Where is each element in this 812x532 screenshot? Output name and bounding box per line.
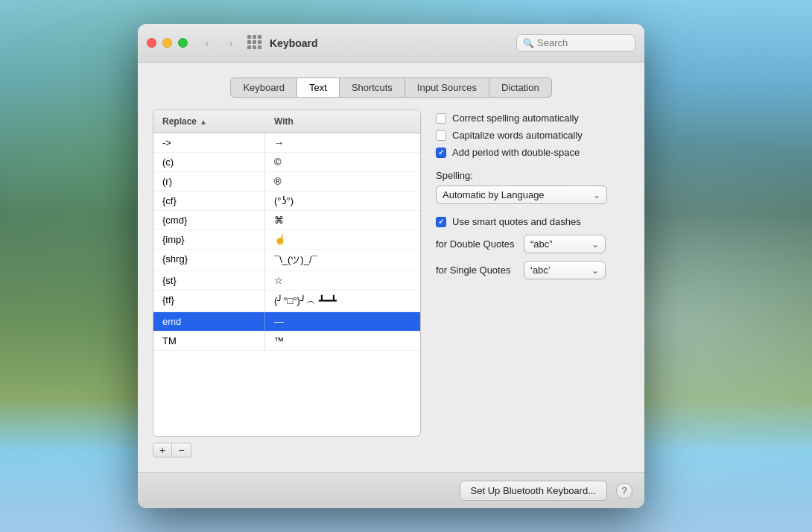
tab-keyboard[interactable]: Keyboard [230,77,297,98]
minimize-button[interactable] [162,38,172,48]
forward-button[interactable]: › [221,35,241,51]
td-replace: {cmd} [153,211,265,229]
td-with: © [265,153,420,171]
smart-quotes-checkbox[interactable] [436,217,446,227]
add-period-label: Add period with double-space [452,147,580,158]
tab-dictation[interactable]: Dictation [489,77,552,98]
add-period-row[interactable]: Add period with double-space [436,147,629,158]
nav-arrows: ‹ › [197,35,241,51]
grid-icon[interactable] [247,35,264,51]
table-row[interactable]: {shrg} ¯\_(ツ)_/¯ [153,250,420,271]
double-quotes-value: “abc” [530,238,553,250]
window-title: Keyboard [270,37,516,49]
table-row[interactable]: {st} ☆ [153,271,420,291]
table-row[interactable]: TM ™ [153,332,420,351]
spelling-dropdown-value: Automatic by Language [443,189,545,200]
tab-text[interactable]: Text [297,77,340,98]
maximize-button[interactable] [178,38,188,48]
bluetooth-keyboard-button[interactable]: Set Up Bluetooth Keyboard... [460,481,607,501]
tabs: Keyboard Text Shortcuts Input Sources Di… [153,77,629,98]
tab-input-sources[interactable]: Input Sources [405,77,489,98]
td-replace: -> [153,133,265,152]
spelling-label: Spelling: [436,170,629,181]
td-replace: emd [153,312,265,331]
table-row[interactable]: emd — [153,312,420,332]
correct-spelling-row[interactable]: Correct spelling automatically [436,113,629,124]
td-with: — [265,312,420,331]
double-quotes-label: for Double Quotes [436,238,518,250]
table-row[interactable]: {cf} (°ʖ°) [153,191,420,211]
search-bar[interactable]: 🔍 [516,34,635,51]
td-with: ¯\_(ツ)_/¯ [265,250,420,270]
single-quotes-label: for Single Quotes [436,265,518,276]
td-with: (╯°□°)╯︵ ┻━┻ [265,291,420,311]
capitalize-words-label: Capitalize words automatically [452,130,583,141]
main-area: Replace ▲ With -> → (c) © (r) ® {cf} [153,110,629,457]
td-replace: {imp} [153,230,265,249]
close-button[interactable] [147,38,156,48]
col-header-with: With [265,113,420,130]
add-row-button[interactable]: + [153,443,172,457]
table-actions: + − [153,443,421,457]
td-replace: {st} [153,271,265,290]
single-quotes-value: ‘abc’ [530,265,551,276]
td-with: ® [265,172,420,191]
td-replace: {cf} [153,191,265,210]
add-period-checkbox[interactable] [436,148,446,158]
td-with: ☆ [265,271,420,290]
td-with: ⌘ [265,211,420,229]
smart-quotes-row[interactable]: Use smart quotes and dashes [436,216,629,227]
td-with: ™ [265,332,420,350]
single-quotes-row: for Single Quotes ‘abc’ ⌄ [436,261,629,279]
td-with: ☝ [265,230,420,249]
td-with: (°ʖ°) [265,191,420,210]
search-icon: 🔍 [523,38,534,48]
double-quotes-row: for Double Quotes “abc” ⌄ [436,235,629,253]
back-button[interactable]: ‹ [197,35,218,51]
spelling-dropdown[interactable]: Automatic by Language ⌄ [436,186,607,204]
table-row[interactable]: (c) © [153,153,420,172]
table-section: Replace ▲ With -> → (c) © (r) ® {cf} [153,110,421,457]
replacement-table: Replace ▲ With -> → (c) © (r) ® {cf} [153,110,421,437]
table-row[interactable]: {tf} (╯°□°)╯︵ ┻━┻ [153,291,420,312]
remove-row-button[interactable]: − [172,443,191,457]
spelling-dropdown-arrow: ⌄ [593,190,600,200]
double-quotes-arrow: ⌄ [591,239,599,250]
content-area: Keyboard Text Shortcuts Input Sources Di… [138,63,644,472]
titlebar: ‹ › Keyboard 🔍 [138,24,644,63]
td-with: → [265,133,420,152]
col-header-replace: Replace ▲ [153,113,265,130]
tab-shortcuts[interactable]: Shortcuts [340,77,405,98]
table-header: Replace ▲ With [153,110,420,133]
table-row[interactable]: (r) ® [153,172,420,191]
table-row[interactable]: {imp} ☝ [153,230,420,250]
single-quotes-dropdown[interactable]: ‘abc’ ⌄ [524,261,606,279]
double-quotes-dropdown[interactable]: “abc” ⌄ [524,235,606,253]
table-body: -> → (c) © (r) ® {cf} (°ʖ°) {cmd} ⌘ {imp… [153,133,420,351]
td-replace: {shrg} [153,250,265,270]
td-replace: {tf} [153,291,265,311]
footer: Set Up Bluetooth Keyboard... ? [138,472,644,508]
checkbox-group: Correct spelling automatically Capitaliz… [436,113,629,158]
td-replace: (r) [153,172,265,191]
spelling-section: Spelling: Automatic by Language ⌄ [436,170,629,204]
single-quotes-arrow: ⌄ [591,265,599,276]
help-button[interactable]: ? [616,483,632,499]
smart-quotes-label: Use smart quotes and dashes [452,216,581,227]
correct-spelling-checkbox[interactable] [436,113,446,124]
traffic-lights [147,38,188,48]
search-input[interactable] [537,37,634,48]
sort-icon: ▲ [200,118,207,126]
td-replace: (c) [153,153,265,171]
smart-quotes-section: Use smart quotes and dashes for Double Q… [436,216,629,279]
td-replace: TM [153,332,265,350]
right-section: Correct spelling automatically Capitaliz… [436,110,629,457]
capitalize-words-checkbox[interactable] [436,130,446,141]
table-row[interactable]: {cmd} ⌘ [153,211,420,230]
table-row[interactable]: -> → [153,133,420,153]
capitalize-words-row[interactable]: Capitalize words automatically [436,130,629,141]
keyboard-preferences-window: ‹ › Keyboard 🔍 Keyboard Text Shortcuts I… [138,24,644,508]
correct-spelling-label: Correct spelling automatically [452,113,579,124]
